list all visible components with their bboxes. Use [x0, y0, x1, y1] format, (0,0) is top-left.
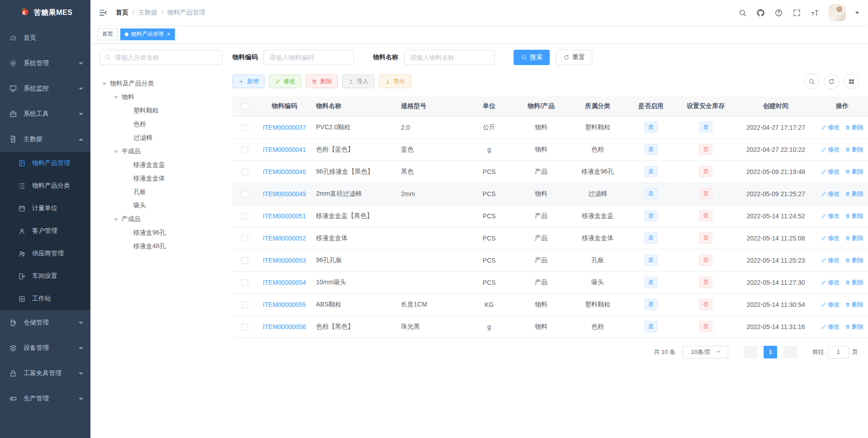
- row-checkbox[interactable]: [241, 191, 248, 198]
- avatar[interactable]: [829, 4, 846, 21]
- search-button[interactable]: 搜索: [514, 50, 550, 65]
- add-button[interactable]: 新增: [232, 75, 264, 88]
- delete-row-link[interactable]: 删除: [845, 168, 863, 176]
- delete-row-link[interactable]: 删除: [845, 146, 863, 154]
- row-checkbox[interactable]: [241, 257, 248, 264]
- reset-button[interactable]: 重置: [556, 50, 592, 65]
- edit-row-link[interactable]: 修改: [821, 256, 840, 264]
- sidebar-item-master-data[interactable]: 主数据: [0, 127, 90, 152]
- tree-node[interactable]: 物料及产品分类: [99, 77, 222, 90]
- tree-node[interactable]: 孔板: [99, 185, 222, 199]
- tab-home[interactable]: 首页: [98, 28, 118, 40]
- sidebar-item-workshop-settings[interactable]: 车间设置: [0, 265, 90, 287]
- category-search-input[interactable]: [99, 50, 222, 65]
- font-size-button[interactable]: [811, 9, 819, 17]
- current-page-button[interactable]: 1: [764, 346, 777, 358]
- sidebar-item-system-management[interactable]: 系统管理: [0, 51, 90, 76]
- tree-node[interactable]: 吸头: [99, 199, 222, 212]
- edit-row-link[interactable]: 修改: [821, 146, 840, 154]
- edit-row-link[interactable]: 修改: [821, 278, 840, 287]
- material-code-link[interactable]: ITEM00000053: [263, 257, 306, 264]
- row-checkbox[interactable]: [241, 146, 248, 153]
- sidebar-item-customer-management[interactable]: 客户管理: [0, 220, 90, 242]
- tree-expand-caret-icon[interactable]: [114, 96, 118, 101]
- hamburger-icon[interactable]: [97, 6, 109, 19]
- tree-node[interactable]: 过滤棉: [99, 131, 222, 145]
- import-button[interactable]: 导入: [342, 75, 374, 88]
- app-logo[interactable]: 苦糖果MES: [0, 0, 90, 25]
- tree-node[interactable]: 塑料颗粒: [99, 104, 222, 118]
- goto-page-input[interactable]: [828, 346, 849, 358]
- select-all-checkbox[interactable]: [241, 103, 248, 110]
- material-code-link[interactable]: ITEM00000051: [263, 212, 306, 220]
- help-button[interactable]: [774, 9, 783, 17]
- tree-expand-caret-icon[interactable]: [114, 218, 118, 223]
- material-code-link[interactable]: ITEM00000054: [263, 279, 306, 286]
- material-code-link[interactable]: ITEM00000041: [263, 146, 306, 153]
- edit-row-link[interactable]: 修改: [821, 301, 840, 309]
- tree-node[interactable]: 产成品: [99, 212, 222, 226]
- column-settings-button[interactable]: [844, 74, 859, 89]
- sidebar-item-tooling-fixture-management[interactable]: 工装夹具管理: [0, 361, 90, 386]
- page-size-select[interactable]: 10条/页: [683, 346, 728, 358]
- tree-expand-caret-icon[interactable]: [114, 151, 118, 155]
- tab-material-product-management[interactable]: 物料产品管理×: [120, 28, 175, 40]
- toggle-search-button[interactable]: [804, 74, 819, 89]
- sidebar-item-production-management[interactable]: 生产管理: [0, 386, 90, 411]
- material-code-link[interactable]: ITEM00000052: [263, 235, 306, 242]
- row-checkbox[interactable]: [241, 169, 248, 175]
- material-code-link[interactable]: ITEM00000056: [263, 323, 306, 330]
- delete-row-link[interactable]: 删除: [845, 123, 863, 132]
- delete-row-link[interactable]: 删除: [845, 190, 863, 198]
- row-checkbox[interactable]: [241, 279, 248, 286]
- delete-row-link[interactable]: 删除: [845, 234, 863, 242]
- tree-node[interactable]: 移液盒48孔: [99, 240, 222, 253]
- breadcrumb-item[interactable]: 首页: [116, 9, 128, 17]
- github-button[interactable]: [756, 9, 765, 17]
- delete-row-link[interactable]: 删除: [845, 301, 863, 309]
- row-checkbox[interactable]: [241, 235, 248, 242]
- material-code-input[interactable]: [264, 50, 354, 65]
- close-icon[interactable]: ×: [167, 31, 170, 37]
- sidebar-item-measurement-unit[interactable]: 计量单位: [0, 197, 90, 220]
- delete-button[interactable]: 删除: [306, 75, 338, 88]
- edit-row-link[interactable]: 修改: [821, 123, 840, 132]
- tree-expand-caret-icon[interactable]: [102, 83, 107, 88]
- delete-row-link[interactable]: 删除: [845, 256, 863, 264]
- sidebar-item-material-product-category[interactable]: 物料产品分类: [0, 174, 90, 197]
- sidebar-item-home[interactable]: 首页: [0, 25, 90, 51]
- sidebar-item-equipment-management[interactable]: 设备管理: [0, 335, 90, 361]
- tree-node[interactable]: 半成品: [99, 145, 222, 158]
- material-name-input[interactable]: [404, 50, 495, 65]
- header-search-button[interactable]: [738, 9, 747, 17]
- material-code-link[interactable]: ITEM00000055: [263, 301, 306, 308]
- sidebar-item-supplier-management[interactable]: 供应商管理: [0, 242, 90, 265]
- tree-node[interactable]: 移液盒盒体: [99, 172, 222, 185]
- sidebar-item-material-product-management[interactable]: 物料产品管理: [0, 152, 90, 174]
- delete-row-link[interactable]: 删除: [845, 212, 863, 220]
- edit-row-link[interactable]: 修改: [821, 234, 840, 242]
- tree-node[interactable]: 移液盒盒盖: [99, 158, 222, 172]
- edit-row-link[interactable]: 修改: [821, 212, 840, 220]
- material-code-link[interactable]: ITEM00000037: [263, 124, 306, 131]
- tree-node[interactable]: 色粉: [99, 118, 222, 131]
- delete-row-link[interactable]: 删除: [845, 278, 863, 287]
- refresh-table-button[interactable]: [824, 74, 839, 89]
- material-code-link[interactable]: ITEM00000046: [263, 168, 306, 175]
- sidebar-item-warehouse-management[interactable]: 仓储管理: [0, 310, 90, 335]
- row-checkbox[interactable]: [241, 213, 248, 220]
- edit-button[interactable]: 修改: [269, 75, 301, 88]
- edit-row-link[interactable]: 修改: [821, 168, 840, 176]
- sidebar-item-system-monitoring[interactable]: 系统监控: [0, 76, 90, 101]
- material-code-link[interactable]: ITEM00000049: [263, 190, 306, 198]
- tree-node[interactable]: 移液盒96孔: [99, 226, 222, 240]
- prev-page-button[interactable]: [744, 346, 757, 358]
- fullscreen-button[interactable]: [793, 9, 801, 17]
- chevron-down-icon[interactable]: [855, 12, 859, 16]
- tree-node[interactable]: 物料: [99, 90, 222, 104]
- edit-row-link[interactable]: 修改: [821, 323, 840, 331]
- next-page-button[interactable]: [783, 346, 797, 358]
- row-checkbox[interactable]: [241, 324, 248, 330]
- row-checkbox[interactable]: [241, 124, 248, 131]
- sidebar-item-workstation[interactable]: 工作站: [0, 287, 90, 310]
